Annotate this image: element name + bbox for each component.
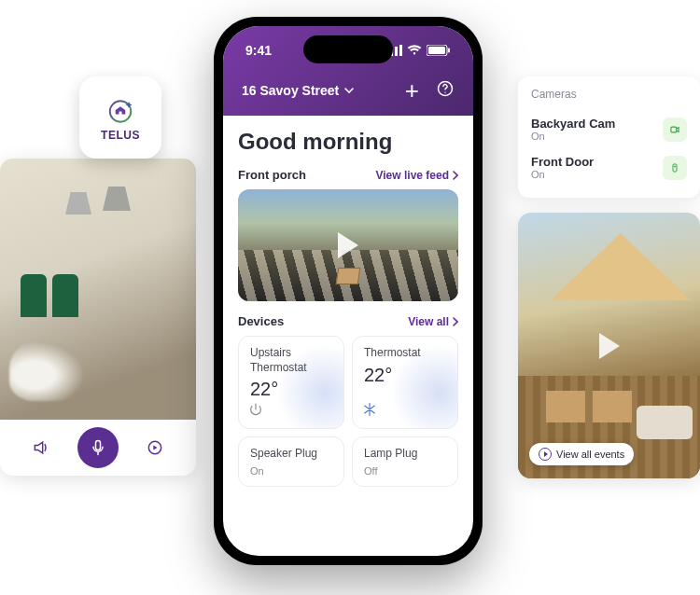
svg-rect-13: [673, 164, 677, 172]
speaker-icon[interactable]: [25, 432, 57, 464]
camera-name: Backyard Cam: [531, 117, 615, 131]
play-circle-icon: [539, 448, 552, 461]
svg-rect-0: [96, 441, 101, 450]
view-all-events-button[interactable]: View all events: [529, 443, 634, 465]
power-icon: [248, 402, 263, 421]
indoor-camera-feed-card: [0, 159, 196, 476]
front-porch-title: Front porch: [238, 168, 306, 182]
play-icon: [599, 333, 620, 359]
status-time: 9:41: [245, 43, 272, 58]
battery-icon: [427, 45, 451, 56]
greeting-title: Good morning: [238, 129, 458, 155]
camera-name: Front Door: [531, 155, 594, 169]
device-card-lamp-plug[interactable]: Lamp Plug Off: [352, 436, 458, 487]
play-icon: [338, 232, 358, 258]
help-button[interactable]: [436, 79, 455, 102]
dynamic-island: [303, 35, 393, 63]
svg-rect-8: [428, 47, 445, 54]
chevron-right-icon: [453, 171, 458, 180]
app-icon-badge: TELUS: [79, 76, 161, 159]
view-all-devices-link[interactable]: View all: [408, 315, 458, 328]
chevron-right-icon: [453, 317, 458, 326]
view-live-feed-link[interactable]: View live feed: [376, 169, 459, 182]
device-state: Off: [364, 465, 446, 477]
device-card-speaker-plug[interactable]: Speaker Plug On: [238, 436, 344, 487]
wifi-icon: [407, 45, 422, 56]
camera-status-icon: [663, 118, 687, 142]
view-live-feed-label: View live feed: [376, 169, 450, 182]
svg-rect-12: [671, 127, 677, 132]
patio-camera-feed-card[interactable]: View all events: [518, 213, 700, 478]
location-label: 16 Savoy Street: [242, 83, 339, 98]
replay-icon[interactable]: [139, 432, 171, 464]
camera-status-icon: [663, 156, 687, 180]
view-all-label: View all: [408, 315, 449, 328]
device-card-upstairs-thermostat[interactable]: Upstairs Thermostat 22°: [238, 336, 344, 429]
camera-row-front-door[interactable]: Front Door On: [531, 148, 687, 187]
device-state: On: [250, 465, 332, 477]
home-sparkle-icon: [104, 93, 137, 127]
phone-frame: 9:41 16 Savoy Street +: [214, 17, 483, 565]
front-porch-thumbnail[interactable]: [238, 189, 458, 301]
add-button[interactable]: +: [405, 78, 419, 103]
view-all-events-label: View all events: [556, 449, 624, 460]
camera-feed-controls: [0, 420, 196, 476]
microphone-button[interactable]: [77, 427, 119, 468]
chevron-down-icon: [344, 86, 354, 95]
cameras-list-card: Cameras Backyard Cam On Front Door On: [518, 76, 700, 198]
svg-point-11: [444, 92, 445, 93]
location-selector[interactable]: 16 Savoy Street: [242, 83, 354, 98]
cameras-title: Cameras: [531, 88, 687, 101]
phone-screen: 9:41 16 Savoy Street +: [223, 26, 473, 556]
app-name-label: TELUS: [101, 129, 140, 142]
camera-row-backyard[interactable]: Backyard Cam On: [531, 110, 687, 148]
snowflake-icon: [362, 402, 377, 421]
device-name: Speaker Plug: [250, 447, 332, 462]
camera-state: On: [531, 169, 594, 180]
devices-title: Devices: [238, 314, 284, 328]
svg-rect-6: [399, 45, 402, 56]
svg-rect-9: [448, 48, 450, 53]
svg-point-14: [674, 165, 675, 166]
indoor-camera-image[interactable]: [0, 159, 196, 420]
device-name: Lamp Plug: [364, 447, 446, 462]
svg-rect-5: [395, 47, 398, 56]
status-indicators: [385, 45, 451, 56]
device-card-thermostat[interactable]: Thermostat 22°: [352, 336, 458, 429]
camera-state: On: [531, 131, 615, 142]
